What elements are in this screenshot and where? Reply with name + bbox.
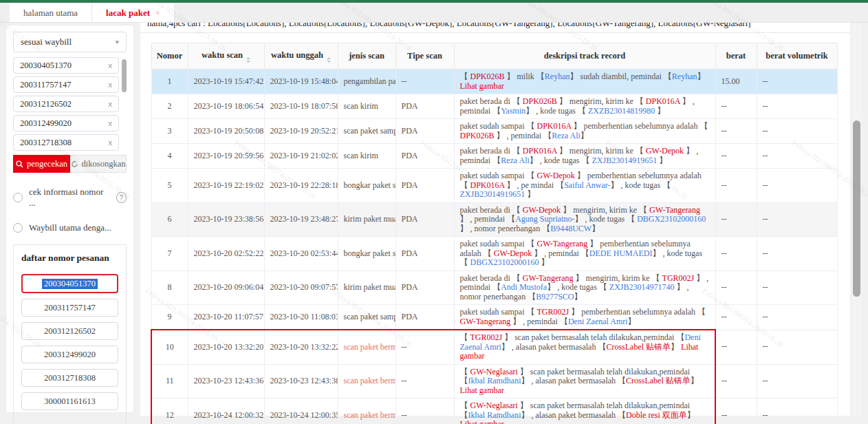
desc-segment: 】	[687, 410, 695, 420]
cell-nomor: 10	[151, 330, 188, 364]
desc-segment: 】	[691, 376, 699, 385]
table-row[interactable]: 72023-10-20 02:52:222023-10-20 02:53:44b…	[151, 237, 837, 271]
sort-asc-caret[interactable]	[327, 57, 331, 59]
table-row[interactable]: 62023-10-19 23:38:562023-10-19 23:48:27k…	[151, 202, 837, 237]
radio-icon[interactable]	[13, 223, 23, 233]
order-number-item[interactable]: 200312718308	[21, 369, 118, 387]
cell-berat: --	[715, 202, 757, 237]
cell-tipe-scan: PDA	[395, 94, 454, 119]
waybill-list-scrollbar[interactable]	[122, 59, 127, 92]
tab-lacak-paket[interactable]: lacak paket×	[92, 3, 175, 22]
clear-x-icon[interactable]: x	[109, 100, 113, 108]
order-number-item[interactable]: 300001161613	[21, 392, 118, 410]
table-row[interactable]: 52023-10-19 22:19:022023-10-19 22:28:18b…	[151, 169, 837, 203]
clear-x-icon[interactable]: x	[109, 138, 113, 147]
column-header-tipe-scan: Tipe scan	[395, 43, 454, 70]
desc-segment: 】 , pe mindai 【	[505, 180, 565, 190]
table-row[interactable]: 42023-10-19 20:59:562023-10-19 21:02:02s…	[151, 144, 837, 169]
desc-segment: 】 pemberhentian sebelumnya adalah 【	[572, 121, 708, 131]
page-scrollbar-thumb[interactable]	[853, 120, 860, 297]
column-label: berat	[726, 51, 746, 61]
desc-segment: 【	[460, 401, 470, 410]
clear-x-icon[interactable]: x	[109, 61, 113, 70]
table-row[interactable]: 122023-10-24 12:00:322023-10-24 12:00:35…	[151, 399, 837, 424]
table-row[interactable]: 102023-10-20 13:32:202023-10-20 13:32:22…	[151, 330, 837, 364]
desc-segment: paket sudah sampai 【	[460, 239, 537, 248]
desc-segment: 】 mengirim, kirim ke 【	[561, 205, 649, 215]
tab-label: lacak paket	[106, 8, 150, 18]
desc-segment: Yasmin	[501, 106, 525, 116]
lihat-gambar-link[interactable]: Lihat gambar	[460, 419, 504, 424]
cell-jenis-scan: kirim paket muatan	[338, 271, 395, 305]
desc-segment: 】	[697, 72, 705, 81]
search-mode-dropdown[interactable]: sesuai waybill ▾	[13, 32, 127, 52]
help-question-icon[interactable]: ?	[116, 192, 127, 203]
clear-x-icon[interactable]: x	[109, 81, 113, 89]
desc-segment: 】 , alasan paket bermasalah 【	[521, 410, 626, 420]
cell-nomor: 11	[151, 364, 188, 399]
order-number-value: 300001161613	[44, 396, 96, 407]
lihat-gambar-link[interactable]: Lihat gambar	[460, 385, 504, 395]
cell-nomor: 2	[151, 94, 188, 119]
cell-jenis-scan: scan paket bermasalah	[338, 330, 395, 364]
order-number-item[interactable]: 200312499020	[21, 346, 118, 363]
waybill-input[interactable]: 200311757147x	[13, 76, 119, 93]
table-row[interactable]: 12023-10-19 15:47:422023-10-19 15:48:04p…	[151, 70, 837, 94]
clear-x-icon[interactable]: x	[109, 119, 113, 127]
desc-segment: 】 , pemindai 【	[532, 248, 589, 258]
table-row[interactable]: 32023-10-19 20:50:082023-10-19 20:52:21s…	[151, 119, 837, 144]
column-header-waktu-scan[interactable]: waktu scan	[188, 43, 264, 70]
sort-icon[interactable]	[246, 57, 250, 63]
close-icon[interactable]: ×	[155, 8, 160, 18]
pengecekan-button[interactable]: pengecekan	[13, 155, 70, 173]
desc-segment: Agung Supriatno-	[515, 214, 574, 224]
cell-jenis-scan: kirim paket muatan	[338, 202, 395, 237]
cell-waktu-scan: 2023-10-19 20:59:56	[188, 144, 264, 169]
radio-label: cek informasi nomor ...	[29, 187, 109, 209]
waybill-input[interactable]: 200312718308x	[13, 134, 119, 151]
order-number-item[interactable]: 200311757147	[21, 299, 118, 317]
cell-berat-volumetrik: --	[757, 94, 837, 119]
cell-tipe-scan: --	[395, 399, 454, 424]
table-row[interactable]: 112023-10-23 12:43:362023-10-23 12:43:38…	[151, 364, 837, 399]
cell-berat: --	[715, 169, 757, 203]
waybill-input[interactable]: 200312499020x	[13, 115, 119, 131]
desc-segment: 】 , kode tugas 【	[611, 180, 671, 190]
radio-option-waybill-utama[interactable]: Waybill utama denga...	[13, 222, 127, 233]
radio-icon[interactable]	[13, 193, 23, 202]
waybill-input[interactable]: 200312126502x	[13, 96, 119, 112]
desc-segment: 】 mengirim, kirim ke 【	[557, 146, 646, 156]
cell-tipe-scan: PDA	[395, 237, 454, 271]
tab-halaman-utama[interactable]: halaman utama	[10, 3, 92, 22]
table-row[interactable]: 22023-10-19 18:06:542023-10-19 18:07:58s…	[151, 94, 837, 119]
order-number-value: 200304051370	[42, 279, 98, 289]
radio-option-cek-informasi[interactable]: cek informasi nomor ... ?	[13, 187, 127, 209]
table-row[interactable]: 82023-10-20 09:06:042023-10-20 09:07:57k…	[151, 271, 837, 305]
waybill-input-list: 200304051370x200311757147x200312126502x2…	[13, 57, 127, 151]
waybill-value: 200311757147	[20, 80, 72, 90]
table-row[interactable]: 92023-10-20 11:07:572023-10-20 11:08:03s…	[151, 305, 837, 330]
desc-segment: 】 , pemindai 【	[460, 214, 516, 224]
cell-nomor: 7	[151, 237, 188, 271]
column-header-waktu-unggah[interactable]: waktu unggah	[264, 43, 338, 70]
dikosongkan-button[interactable]: dikosongkan	[70, 155, 127, 173]
cell-tipe-scan: --	[395, 330, 454, 364]
waybill-input[interactable]: 200304051370x	[13, 57, 119, 74]
order-number-value: 200312718308	[44, 373, 96, 383]
order-number-item[interactable]: 200312126502	[21, 322, 118, 340]
sort-desc-caret[interactable]	[327, 61, 331, 63]
tab-bar: halaman utama lacak paket×	[0, 3, 868, 23]
sort-desc-caret[interactable]	[246, 61, 250, 63]
desc-segment: Andi Mustofa	[501, 282, 547, 292]
cell-deskripsi: paket sudah sampai 【 GW-Tangerang 】 pemb…	[454, 237, 715, 271]
desc-segment: DPK016A	[646, 96, 680, 106]
cell-berat: 15.00	[715, 70, 757, 94]
order-number-item[interactable]: 200304051370	[21, 274, 118, 293]
sort-icon[interactable]	[327, 57, 331, 63]
lihat-gambar-link[interactable]: Lihat gambar	[460, 81, 504, 91]
desc-segment: Doble resi 双面单	[626, 410, 687, 420]
cell-berat-volumetrik: --	[757, 169, 837, 203]
sort-asc-caret[interactable]	[246, 57, 250, 59]
desc-segment: Reza Ali	[501, 156, 530, 165]
waybill-value: 200312499020	[20, 118, 72, 129]
